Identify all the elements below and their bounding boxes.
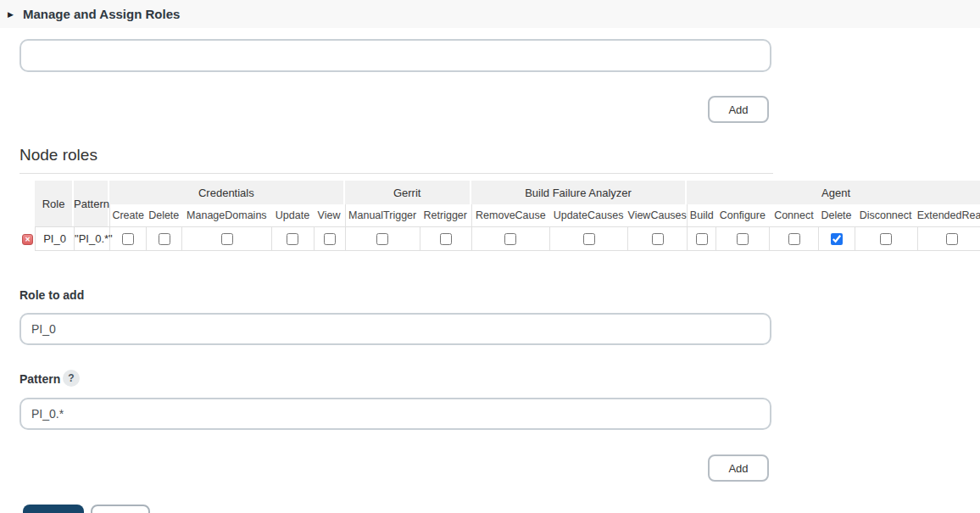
perm-header-removecause: RemoveCause xyxy=(471,204,549,226)
pattern-input[interactable] xyxy=(19,398,771,430)
page-title: Manage and Assign Roles xyxy=(23,7,180,21)
perm-checkbox-gerrit-retrigger[interactable] xyxy=(440,233,452,245)
perm-header-configure: Configure xyxy=(716,204,769,226)
table-row: ✕PI_0"PI_0.*" xyxy=(20,226,980,251)
group-header-credentials: Credentials xyxy=(109,181,344,204)
perm-header-connect: Connect xyxy=(769,204,818,226)
perm-checkbox-credentials-view[interactable] xyxy=(324,233,336,245)
new-item-input[interactable] xyxy=(19,39,771,72)
node-roles-table-wrap: RolePatternCredentialsGerritBuild Failur… xyxy=(20,181,980,252)
group-header-agent: Agent xyxy=(687,181,980,204)
pattern-cell: "PI_0.*" xyxy=(74,226,109,251)
perm-checkbox-credentials-managedomains[interactable] xyxy=(221,233,233,245)
node-roles-heading: Node roles xyxy=(19,146,97,164)
help-icon[interactable]: ? xyxy=(63,370,80,387)
perm-checkbox-credentials-update[interactable] xyxy=(287,233,298,245)
perm-header-build: Build xyxy=(687,204,716,226)
perm-checkbox-build-failure-analyzer-viewcauses[interactable] xyxy=(652,233,664,245)
section-header-bar: ▶ Manage and Assign Roles xyxy=(0,0,980,28)
perm-checkbox-agent-configure[interactable] xyxy=(737,233,749,245)
pattern-label: Pattern xyxy=(19,372,60,386)
perm-checkbox-agent-delete[interactable] xyxy=(831,233,843,245)
perm-checkbox-build-failure-analyzer-updatecauses[interactable] xyxy=(583,233,595,245)
perm-checkbox-gerrit-manualtrigger[interactable] xyxy=(376,233,388,245)
perm-header-updatecauses: UpdateCauses xyxy=(549,204,627,226)
perm-checkbox-agent-build[interactable] xyxy=(696,233,708,245)
perm-checkbox-credentials-delete[interactable] xyxy=(159,233,170,245)
perm-checkbox-build-failure-analyzer-removecause[interactable] xyxy=(504,233,516,245)
perm-header-viewcauses: ViewCauses xyxy=(627,204,687,226)
save-button[interactable] xyxy=(23,505,84,513)
role-to-add-label: Role to add xyxy=(19,288,84,302)
perm-header-extendedread: ExtendedRead xyxy=(917,204,980,226)
perm-header-disconnect: Disconnect xyxy=(855,204,917,226)
role-delete-icon[interactable]: ✕ xyxy=(22,234,33,245)
perm-header-create: Create xyxy=(109,204,146,226)
role-to-add-input[interactable] xyxy=(19,313,771,345)
perm-header-managedomains: ManageDomains xyxy=(181,204,271,226)
perm-checkbox-credentials-create[interactable] xyxy=(122,233,134,245)
perm-header-view: View xyxy=(314,204,345,226)
perm-header-update: Update xyxy=(271,204,313,226)
perm-checkbox-agent-disconnect[interactable] xyxy=(880,233,892,245)
delete-column-header xyxy=(20,181,35,226)
perm-header-retrigger: Retrigger xyxy=(420,204,471,226)
perm-header-delete: Delete xyxy=(146,204,181,226)
group-header-build-failure-analyzer: Build Failure Analyzer xyxy=(471,181,687,204)
apply-button[interactable] xyxy=(91,505,150,513)
add-button-bottom[interactable]: Add xyxy=(708,454,769,482)
role-header: Role xyxy=(35,181,74,226)
perm-checkbox-agent-extendedread[interactable] xyxy=(946,233,958,245)
perm-checkbox-agent-connect[interactable] xyxy=(788,233,800,245)
group-header-gerrit: Gerrit xyxy=(345,181,471,204)
add-button-top[interactable]: Add xyxy=(708,96,769,123)
node-roles-table: RolePatternCredentialsGerritBuild Failur… xyxy=(20,181,980,251)
perm-header-manualtrigger: ManualTrigger xyxy=(345,204,420,226)
role-cell: PI_0 xyxy=(35,226,74,251)
pattern-header: Pattern xyxy=(74,181,109,226)
section-divider xyxy=(19,173,773,174)
perm-header-delete: Delete xyxy=(818,204,854,226)
triangle-right-icon[interactable]: ▶ xyxy=(8,10,19,19)
